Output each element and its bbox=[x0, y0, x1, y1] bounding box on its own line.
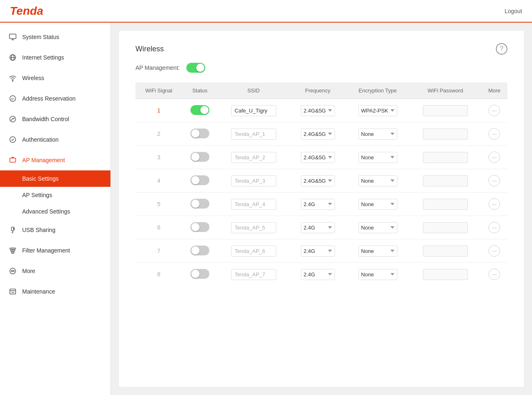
ssid-input-5[interactable] bbox=[231, 199, 276, 210]
row-3-ssid[interactable] bbox=[218, 146, 289, 169]
password-input-1[interactable] bbox=[423, 105, 468, 116]
more-button-3[interactable]: ··· bbox=[488, 152, 500, 163]
row-4-status[interactable] bbox=[182, 169, 218, 193]
status-toggle-3[interactable] bbox=[190, 152, 209, 162]
frequency-select-7[interactable]: 2.4G5G2.4G&5G bbox=[301, 246, 335, 257]
frequency-select-3[interactable]: 2.4G5G2.4G&5G bbox=[301, 152, 335, 163]
password-input-2[interactable] bbox=[423, 129, 468, 140]
password-input-5[interactable] bbox=[423, 199, 468, 210]
row-4-encryption[interactable]: NoneWPA2-PSKWPA-PSKMixed bbox=[346, 169, 409, 193]
frequency-select-2[interactable]: 2.4G5G2.4G&5G bbox=[301, 129, 335, 140]
row-7-more[interactable]: ··· bbox=[482, 239, 508, 263]
help-icon[interactable]: ? bbox=[496, 43, 507, 55]
password-input-7[interactable] bbox=[423, 246, 468, 257]
row-8-ssid[interactable] bbox=[218, 263, 289, 286]
row-8-frequency[interactable]: 2.4G5G2.4G&5G bbox=[289, 263, 346, 286]
ssid-input-2[interactable] bbox=[231, 129, 276, 140]
more-button-4[interactable]: ··· bbox=[488, 175, 500, 186]
frequency-select-5[interactable]: 2.4G5G2.4G&5G bbox=[301, 199, 335, 210]
row-1-password[interactable] bbox=[409, 99, 481, 122]
row-5-frequency[interactable]: 2.4G5G2.4G&5G bbox=[289, 193, 346, 216]
row-2-password[interactable] bbox=[409, 122, 481, 146]
more-button-2[interactable]: ··· bbox=[488, 128, 500, 140]
row-2-frequency[interactable]: 2.4G5G2.4G&5G bbox=[289, 122, 346, 146]
row-7-frequency[interactable]: 2.4G5G2.4G&5G bbox=[289, 239, 346, 263]
sidebar-item-ap-management[interactable]: AP Management bbox=[0, 150, 110, 170]
row-3-status[interactable] bbox=[182, 146, 218, 169]
row-2-status[interactable] bbox=[182, 122, 218, 146]
sidebar-item-wireless[interactable]: Wireless bbox=[0, 68, 110, 88]
row-7-encryption[interactable]: NoneWPA2-PSKWPA-PSKMixed bbox=[346, 239, 409, 263]
row-1-encryption[interactable]: NoneWPA2-PSKWPA-PSKMixed bbox=[346, 99, 409, 122]
encryption-select-7[interactable]: NoneWPA2-PSKWPA-PSKMixed bbox=[358, 246, 397, 257]
row-4-ssid[interactable] bbox=[218, 169, 289, 193]
sub-item-advanced-settings[interactable]: Advanced Settings bbox=[0, 203, 110, 220]
row-1-frequency[interactable]: 2.4G5G2.4G&5G bbox=[289, 99, 346, 122]
row-5-encryption[interactable]: NoneWPA2-PSKWPA-PSKMixed bbox=[346, 193, 409, 216]
encryption-select-3[interactable]: NoneWPA2-PSKWPA-PSKMixed bbox=[358, 152, 397, 163]
row-6-encryption[interactable]: NoneWPA2-PSKWPA-PSKMixed bbox=[346, 216, 409, 239]
status-toggle-4[interactable] bbox=[190, 175, 209, 185]
toggle-track[interactable] bbox=[186, 63, 205, 73]
row-5-more[interactable]: ··· bbox=[482, 193, 508, 216]
more-button-5[interactable]: ··· bbox=[488, 198, 500, 210]
sidebar-item-authentication[interactable]: Authentication bbox=[0, 129, 110, 150]
status-toggle-6[interactable] bbox=[190, 222, 209, 232]
password-input-4[interactable] bbox=[423, 175, 468, 186]
row-6-status[interactable] bbox=[182, 216, 218, 239]
toggle-track-8[interactable] bbox=[190, 269, 209, 279]
row-8-password[interactable] bbox=[409, 263, 481, 286]
row-8-encryption[interactable]: NoneWPA2-PSKWPA-PSKMixed bbox=[346, 263, 409, 286]
sidebar-item-bandwidth-control[interactable]: Bandwidth Control bbox=[0, 109, 110, 129]
frequency-select-4[interactable]: 2.4G5G2.4G&5G bbox=[301, 175, 335, 186]
row-4-password[interactable] bbox=[409, 169, 481, 193]
ssid-input-7[interactable] bbox=[231, 246, 276, 257]
ssid-input-6[interactable] bbox=[231, 222, 276, 233]
row-6-frequency[interactable]: 2.4G5G2.4G&5G bbox=[289, 216, 346, 239]
more-button-7[interactable]: ··· bbox=[488, 245, 500, 257]
toggle-track-2[interactable] bbox=[190, 129, 209, 138]
status-toggle-2[interactable] bbox=[190, 129, 209, 138]
ssid-input-4[interactable] bbox=[231, 175, 276, 186]
toggle-track-1[interactable] bbox=[190, 105, 209, 115]
toggle-track-4[interactable] bbox=[190, 175, 209, 185]
row-5-status[interactable] bbox=[182, 193, 218, 216]
row-5-ssid[interactable] bbox=[218, 193, 289, 216]
row-8-status[interactable] bbox=[182, 263, 218, 286]
encryption-select-6[interactable]: NoneWPA2-PSKWPA-PSKMixed bbox=[358, 222, 397, 233]
toggle-track-7[interactable] bbox=[190, 246, 209, 255]
row-6-ssid[interactable] bbox=[218, 216, 289, 239]
sidebar-item-internet-settings[interactable]: Internet Settings bbox=[0, 47, 110, 68]
row-7-password[interactable] bbox=[409, 239, 481, 263]
more-button-1[interactable]: ··· bbox=[488, 105, 500, 116]
row-7-ssid[interactable] bbox=[218, 239, 289, 263]
sidebar-item-maintenance[interactable]: Maintenance bbox=[0, 281, 110, 302]
sidebar-item-filter-management[interactable]: Filter Management bbox=[0, 240, 110, 261]
encryption-select-5[interactable]: NoneWPA2-PSKWPA-PSKMixed bbox=[358, 199, 397, 210]
row-2-ssid[interactable] bbox=[218, 122, 289, 146]
status-toggle-8[interactable] bbox=[190, 269, 209, 279]
row-3-more[interactable]: ··· bbox=[482, 146, 508, 169]
sub-item-ap-settings[interactable]: AP Settings bbox=[0, 187, 110, 203]
status-toggle-7[interactable] bbox=[190, 246, 209, 255]
ssid-input-1[interactable] bbox=[231, 105, 276, 116]
sidebar-item-usb-sharing[interactable]: USB Sharing bbox=[0, 220, 110, 240]
status-toggle-1[interactable] bbox=[190, 105, 209, 115]
row-4-more[interactable]: ··· bbox=[482, 169, 508, 193]
row-4-frequency[interactable]: 2.4G5G2.4G&5G bbox=[289, 169, 346, 193]
encryption-select-2[interactable]: NoneWPA2-PSKWPA-PSKMixed bbox=[358, 129, 397, 140]
row-5-password[interactable] bbox=[409, 193, 481, 216]
row-6-password[interactable] bbox=[409, 216, 481, 239]
password-input-6[interactable] bbox=[423, 222, 468, 233]
row-3-password[interactable] bbox=[409, 146, 481, 169]
password-input-3[interactable] bbox=[423, 152, 468, 163]
frequency-select-8[interactable]: 2.4G5G2.4G&5G bbox=[301, 269, 335, 280]
row-2-encryption[interactable]: NoneWPA2-PSKWPA-PSKMixed bbox=[346, 122, 409, 146]
frequency-select-1[interactable]: 2.4G5G2.4G&5G bbox=[301, 105, 335, 116]
logout-button[interactable]: Logout bbox=[504, 8, 522, 14]
encryption-select-4[interactable]: NoneWPA2-PSKWPA-PSKMixed bbox=[358, 175, 397, 186]
more-button-6[interactable]: ··· bbox=[488, 222, 500, 233]
row-3-frequency[interactable]: 2.4G5G2.4G&5G bbox=[289, 146, 346, 169]
sidebar-item-system-status[interactable]: System Status bbox=[0, 27, 110, 47]
encryption-select-8[interactable]: NoneWPA2-PSKWPA-PSKMixed bbox=[358, 269, 397, 280]
